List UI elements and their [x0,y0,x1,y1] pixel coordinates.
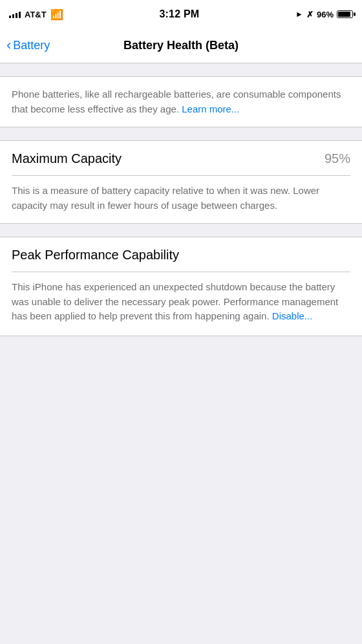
back-chevron-icon: ‹ [6,38,11,52]
wifi-icon: 📶 [50,8,63,21]
signal-bars [9,10,21,18]
battery-fill [338,12,350,17]
max-capacity-description: This is a measure of battery capacity re… [12,184,350,213]
max-capacity-body: This is a measure of battery capacity re… [0,176,362,223]
disable-link[interactable]: Disable... [272,310,313,321]
max-capacity-header: Maximum Capacity 95% [0,141,362,175]
location-icon: ► [295,10,303,19]
status-bar: AT&T 📶 3:12 PM ► ✗ 96% [0,0,362,28]
status-time: 3:12 PM [159,8,199,20]
max-capacity-section: Maximum Capacity 95% This is a measure o… [0,140,362,224]
signal-bar-1 [9,16,11,18]
battery-percent: 96% [317,10,334,19]
peak-performance-title: Peak Performance Capability [12,248,179,262]
info-text: Phone batteries, like all rechargeable b… [12,87,350,116]
carrier-label: AT&T [25,10,47,19]
status-right: ► ✗ 96% [295,10,353,19]
battery-icon-container [337,10,353,18]
learn-more-link[interactable]: Learn more... [182,103,239,114]
signal-bar-2 [12,14,14,18]
peak-performance-body: This iPhone has experienced an unexpecte… [0,272,362,336]
peak-performance-section: Peak Performance Capability This iPhone … [0,237,362,336]
bluetooth-icon: ✗ [306,10,314,19]
peak-performance-header: Peak Performance Capability [0,237,362,272]
signal-bar-3 [16,13,17,18]
nav-bar: ‹ Battery Battery Health (Beta) [0,28,362,63]
info-section: Phone batteries, like all rechargeable b… [0,76,362,127]
back-label: Battery [13,39,50,52]
content-area: Phone batteries, like all rechargeable b… [0,76,362,336]
peak-performance-description: This iPhone has experienced an unexpecte… [12,280,350,324]
back-button[interactable]: ‹ Battery [6,39,50,52]
page-title: Battery Health (Beta) [123,39,239,52]
max-capacity-value: 95% [325,151,350,166]
status-left: AT&T 📶 [9,8,63,21]
battery-icon [337,10,353,18]
signal-bar-4 [19,12,21,18]
max-capacity-title: Maximum Capacity [12,151,122,166]
